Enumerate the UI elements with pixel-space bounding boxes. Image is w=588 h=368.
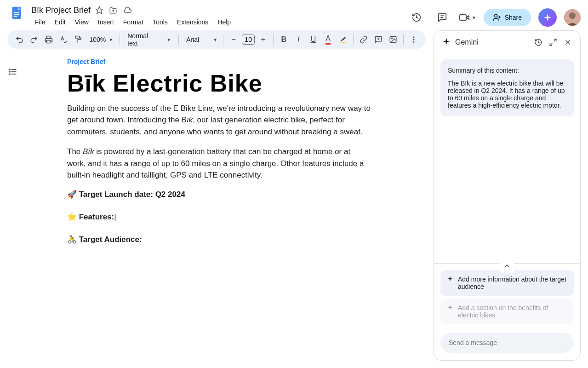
gemini-spark-icon: [442, 37, 451, 47]
highlight-button[interactable]: [337, 33, 349, 46]
header-bar: Bīk Project Brief File Edit View Insert …: [0, 0, 588, 28]
title-area: Bīk Project Brief File Edit View Insert …: [31, 4, 402, 28]
panel-close-icon[interactable]: [564, 38, 572, 46]
image-button[interactable]: [387, 33, 400, 46]
gemini-message-input[interactable]: [440, 333, 574, 353]
menubar: File Edit View Insert Format Tools Exten…: [31, 17, 402, 28]
svg-point-21: [413, 36, 414, 38]
svg-point-28: [10, 71, 11, 72]
toolbar: 100%▼ Normal text▼ Arial▼ − + B I U A: [7, 30, 426, 49]
suggestion-1[interactable]: Add more information about the target au…: [440, 270, 574, 296]
star-icon[interactable]: [95, 6, 103, 15]
add-comment-button[interactable]: [372, 33, 385, 46]
underline-button[interactable]: U: [307, 33, 320, 46]
history-icon[interactable]: [407, 8, 426, 27]
menu-extensions[interactable]: Extensions: [173, 17, 212, 28]
more-tools-button[interactable]: [407, 33, 420, 46]
summary-label: Summary of this content:: [448, 67, 566, 74]
spark-icon: [447, 276, 453, 283]
gemini-fab[interactable]: [538, 8, 557, 27]
panel-history-icon[interactable]: [534, 38, 542, 46]
italic-button[interactable]: I: [292, 33, 305, 46]
svg-point-22: [413, 39, 414, 40]
comments-icon[interactable]: [433, 8, 451, 27]
move-icon[interactable]: [109, 6, 117, 15]
document-title[interactable]: Bīk Project Brief: [31, 6, 91, 15]
gemini-summary-card: Summary of this content: The Bīk is a ne…: [440, 59, 574, 116]
svg-line-31: [550, 43, 552, 46]
svg-point-27: [10, 69, 11, 70]
link-button[interactable]: [357, 33, 370, 46]
svg-rect-14: [47, 40, 51, 43]
menu-insert[interactable]: Insert: [94, 17, 118, 28]
paint-format-button[interactable]: [72, 33, 85, 46]
menu-file[interactable]: File: [31, 17, 49, 28]
svg-rect-7: [460, 15, 466, 20]
menu-edit[interactable]: Edit: [51, 17, 69, 28]
summary-text: The Bīk is a new electric bike that will…: [448, 80, 566, 109]
zoom-select[interactable]: 100%▼: [86, 36, 116, 43]
svg-point-29: [10, 74, 11, 75]
paragraph-style-select[interactable]: Normal text▼: [124, 32, 175, 47]
svg-point-20: [391, 38, 392, 39]
panel-expand-icon[interactable]: [549, 38, 557, 46]
svg-rect-15: [75, 36, 80, 39]
increase-font-button[interactable]: +: [257, 33, 269, 46]
docs-logo[interactable]: [7, 4, 26, 22]
text-color-button[interactable]: A: [321, 33, 334, 46]
menu-help[interactable]: Help: [214, 17, 234, 28]
svg-rect-3: [14, 16, 17, 17]
svg-rect-2: [14, 12, 19, 13]
print-button[interactable]: [42, 33, 55, 46]
header-actions: ▼ Share: [407, 4, 581, 27]
gemini-title: Gemini: [455, 38, 530, 46]
doc-paragraph-2: The Bīk is powered by a last-generation …: [67, 146, 371, 181]
redo-button[interactable]: [28, 33, 40, 46]
left-rail: [0, 51, 26, 368]
svg-point-9: [494, 14, 497, 17]
menu-view[interactable]: View: [71, 17, 92, 28]
doc-paragraph-1: Building on the success of the E Bike Li…: [67, 103, 371, 138]
suggestion-2[interactable]: Add a section on the benefits of electri…: [440, 299, 574, 324]
bold-button[interactable]: B: [277, 33, 290, 46]
share-button[interactable]: Share: [484, 9, 531, 26]
collapse-suggestions-icon[interactable]: [500, 259, 514, 273]
user-avatar[interactable]: [564, 9, 581, 26]
menu-format[interactable]: Format: [120, 17, 147, 28]
svg-point-23: [413, 41, 414, 43]
spark-icon: [447, 304, 453, 312]
font-size-input[interactable]: [242, 34, 255, 45]
decrease-font-button[interactable]: −: [227, 33, 240, 46]
gemini-panel: Gemini Summary of this content: The Bīk …: [434, 30, 581, 361]
outline-toggle-button[interactable]: [5, 63, 21, 80]
meet-button[interactable]: ▼: [459, 12, 476, 23]
menu-tools[interactable]: Tools: [149, 17, 171, 28]
svg-point-13: [569, 12, 576, 19]
spellcheck-button[interactable]: [57, 33, 70, 46]
share-label: Share: [505, 14, 522, 21]
cloud-status-icon[interactable]: [123, 6, 132, 15]
font-select[interactable]: Arial▼: [183, 36, 219, 43]
svg-marker-4: [96, 7, 103, 14]
svg-rect-1: [14, 14, 19, 15]
undo-button[interactable]: [13, 33, 26, 46]
svg-line-30: [554, 39, 556, 41]
